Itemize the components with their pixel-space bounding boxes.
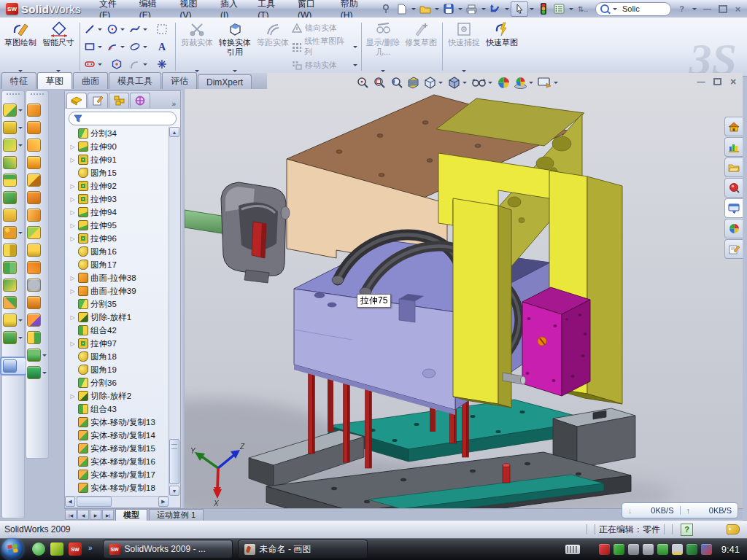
- tree-item[interactable]: ▷ 拉伸96: [66, 232, 169, 245]
- tree-item[interactable]: ▷ 圆角17: [66, 258, 169, 271]
- convert-entities-button[interactable]: 转换实体引用: [216, 19, 254, 74]
- scroll-thumb[interactable]: [169, 439, 179, 484]
- planar-surface-icon[interactable]: [27, 209, 48, 222]
- tree-item[interactable]: ▷ 曲面-拉伸39: [66, 284, 169, 298]
- appearances-icon[interactable]: [724, 219, 743, 238]
- tag-icon[interactable]: [727, 524, 740, 534]
- arc-icon[interactable]: [105, 38, 128, 55]
- expand-arrow-icon[interactable]: ▷: [69, 183, 76, 190]
- resources-home-icon[interactable]: [724, 117, 743, 136]
- expand-arrow-icon[interactable]: ▷: [69, 144, 76, 150]
- toolbar-grip[interactable]: [31, 93, 44, 98]
- tree-item[interactable]: ▷ 圆角15: [66, 166, 169, 179]
- status-help-icon[interactable]: ?: [681, 524, 693, 536]
- line-icon[interactable]: [82, 20, 105, 38]
- linear-pattern-dropdown-icon[interactable]: [353, 46, 357, 48]
- intersect-icon[interactable]: [3, 261, 24, 274]
- rebuild-traffic-light-icon[interactable]: [535, 2, 551, 16]
- volume-icon[interactable]: [643, 544, 654, 555]
- doc-close-icon[interactable]: ×: [728, 77, 738, 86]
- hide-show-items-icon[interactable]: [470, 76, 495, 90]
- sync-blocked-icon[interactable]: [701, 544, 712, 555]
- view-orientation-icon[interactable]: [422, 75, 446, 90]
- tree-item[interactable]: ▷ 实体-移动/复制17: [66, 468, 169, 481]
- solidworks-search-icon[interactable]: [724, 178, 743, 198]
- file-explorer-icon[interactable]: [724, 158, 743, 177]
- rapid-sketch-button[interactable]: 快速草图: [483, 19, 521, 74]
- move-entities-button[interactable]: 移动实体: [292, 60, 359, 71]
- help-dropdown-icon[interactable]: [692, 8, 697, 10]
- tree-item[interactable]: ▷ 实体-移动/复制16: [66, 455, 169, 468]
- pin-icon[interactable]: [378, 2, 394, 16]
- tree-item[interactable]: ▷ 分割35: [66, 298, 169, 311]
- expand-arrow-icon[interactable]: ▷: [69, 196, 76, 203]
- tree-vertical-scrollbar[interactable]: ▲ ▼: [169, 127, 180, 496]
- small-pin[interactable]: [503, 464, 510, 483]
- tree-item[interactable]: ▷ 分割36: [66, 376, 169, 389]
- close-icon[interactable]: ×: [732, 4, 744, 15]
- slot-icon[interactable]: [82, 55, 105, 73]
- toolbar-grip[interactable]: [7, 93, 20, 98]
- dimxpert-tab-icon[interactable]: [130, 93, 150, 108]
- ribbon-tab[interactable]: 曲面: [73, 72, 108, 89]
- tree-filter-box[interactable]: [69, 112, 177, 125]
- featuremanager-tab-icon[interactable]: [66, 93, 87, 108]
- tree-item[interactable]: ▷ 实体-移动/复制13: [66, 416, 169, 429]
- spline-icon[interactable]: [128, 20, 150, 38]
- text-icon[interactable]: A: [150, 38, 173, 55]
- mirror-entities-button[interactable]: 镜向实体: [292, 23, 359, 34]
- configurationmanager-tab-icon[interactable]: [109, 93, 129, 108]
- doc-tab[interactable]: 运动算例 1: [149, 509, 204, 521]
- offset-surface-icon[interactable]: [27, 191, 48, 204]
- quicklaunch-overflow-icon[interactable]: »: [88, 544, 93, 552]
- join-icon[interactable]: [3, 279, 24, 292]
- parting-line-icon[interactable]: [27, 314, 48, 327]
- ribbon-tab[interactable]: 草图: [37, 72, 72, 89]
- knit-surface-icon[interactable]: [27, 226, 48, 239]
- solidworks-quicklaunch-icon[interactable]: SW: [69, 542, 82, 556]
- custom-properties-icon[interactable]: [724, 239, 743, 259]
- display-delete-dropdown-icon[interactable]: [381, 70, 385, 72]
- search-dropdown-icon[interactable]: [613, 8, 617, 10]
- undo-dropdown-icon[interactable]: [505, 8, 509, 10]
- smart-dimension-button[interactable]: 智能尺寸: [39, 19, 77, 74]
- new-document-icon[interactable]: [394, 2, 410, 16]
- undo-icon[interactable]: [487, 2, 503, 16]
- update-gear-icon[interactable]: [628, 544, 639, 555]
- tree-item[interactable]: ▷ 拉伸91: [66, 153, 169, 166]
- delete-body-icon[interactable]: [3, 314, 24, 327]
- print-icon[interactable]: [464, 2, 480, 16]
- network-warning-icon[interactable]: [672, 544, 683, 555]
- trim-entities-button[interactable]: 剪裁实体: [178, 19, 216, 74]
- save-icon[interactable]: [441, 2, 457, 16]
- ellipse-icon[interactable]: [128, 38, 150, 55]
- doc-restore-icon[interactable]: [712, 77, 722, 86]
- tree-item[interactable]: ▷ 拉伸92: [66, 179, 169, 192]
- graphics-viewport[interactable]: Y Z X: [185, 73, 743, 508]
- help-icon[interactable]: ?: [676, 4, 688, 15]
- thicken-icon[interactable]: [27, 244, 48, 257]
- zoom-previous-icon[interactable]: [388, 75, 405, 90]
- tree-item[interactable]: ▷ 组合42: [66, 324, 169, 337]
- pallet-icon[interactable]: [724, 198, 743, 218]
- hscroll-thumb[interactable]: [77, 497, 112, 507]
- bend-icon[interactable]: [27, 261, 48, 274]
- save-dropdown-icon[interactable]: [458, 8, 462, 10]
- model-scene[interactable]: Y Z X: [185, 89, 743, 508]
- circle-icon[interactable]: [105, 20, 128, 38]
- zoom-area-icon[interactable]: [371, 75, 388, 90]
- move-body-icon[interactable]: [3, 296, 24, 309]
- linear-pattern-button[interactable]: 线性草图阵列: [292, 36, 359, 58]
- search-input[interactable]: [621, 4, 662, 14]
- expand-arrow-icon[interactable]: ▷: [69, 209, 76, 216]
- move-dropdown-icon[interactable]: [353, 64, 357, 66]
- ribbon-tab[interactable]: 评估: [162, 72, 197, 89]
- tree-item[interactable]: ▷ 拉伸97: [66, 337, 169, 350]
- extend-surface-icon[interactable]: [27, 139, 48, 152]
- view-settings-icon[interactable]: [536, 76, 561, 90]
- delete-face-icon[interactable]: [27, 279, 48, 292]
- media-quicklaunch-icon[interactable]: [50, 542, 63, 556]
- upload-green-icon[interactable]: [657, 544, 668, 555]
- tree-item[interactable]: ▷ 拉伸95: [66, 219, 169, 232]
- tree-horizontal-scrollbar[interactable]: ◀ ▶: [65, 496, 169, 508]
